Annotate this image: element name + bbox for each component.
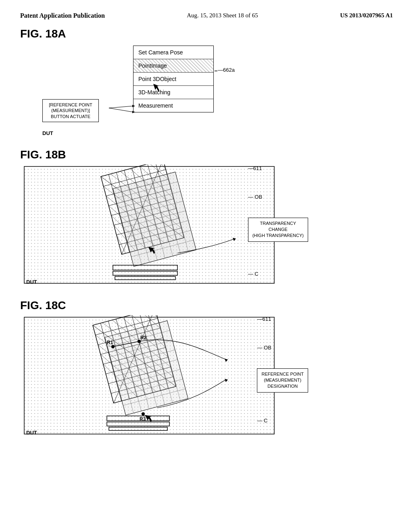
figure-18b-section: FIG. 18B [20, 148, 393, 291]
fig18c-right-labels: —611 — OB REFERENCE POINT(MEASUREMENT)DE… [257, 315, 308, 425]
header-patent-number: US 2013/0207965 A1 [340, 12, 393, 19]
svg-text:R2: R2 [140, 335, 147, 341]
header-date-sheet: Aug. 15, 2013 Sheet 18 of 65 [187, 12, 258, 19]
ref-point-designation-box: REFERENCE POINT(MEASUREMENT)DESIGNATION [257, 368, 308, 393]
figure-18c-label: FIG. 18C [20, 299, 393, 312]
ref-box: [REFERENCE POINT(MEASUREMENT)]BUTTON ACT… [42, 99, 99, 122]
svg-marker-4 [132, 111, 135, 113]
fig18a-arrows-svg [20, 44, 242, 140]
figure-18c-section: FIG. 18C [20, 299, 393, 442]
label-c-b: — C [248, 270, 308, 278]
svg-line-2 [109, 108, 133, 112]
page-header: Patent Application Publication Aug. 15, … [0, 0, 413, 23]
svg-line-1 [109, 106, 133, 108]
svg-text:R1: R1 [107, 340, 113, 345]
svg-text:R3: R3 [140, 416, 146, 422]
fig18c-svg: R1 R2 R3 [20, 315, 294, 440]
transparency-box: TRANSPARENCYCHANGE(HIGH TRANSPARENCY) [248, 218, 308, 242]
main-content: FIG. 18A Set Camera Pose Point​Image Poi… [0, 23, 413, 454]
figure-18a-label: FIG. 18A [20, 27, 393, 40]
label-ob-c: — OB [257, 344, 308, 352]
fig18b-right-labels: —611 — OB TRANSPARENCYCHANGE(HIGH TRANSP… [248, 164, 308, 278]
fig18a-dut-label: DUT [42, 130, 53, 136]
svg-marker-3 [132, 105, 135, 107]
label-611-b: —611 [248, 164, 308, 173]
transparency-box-wrapper: TRANSPARENCYCHANGE(HIGH TRANSPARENCY) [248, 218, 308, 242]
label-ob-b: — OB [248, 193, 308, 202]
label-c-c: — C [257, 417, 308, 425]
header-title: Patent Application Publication [20, 12, 105, 19]
label-611-c: —611 [257, 315, 308, 324]
ref-point-box-wrapper: REFERENCE POINT(MEASUREMENT)DESIGNATION [257, 368, 308, 393]
figure-18a-diagram: Set Camera Pose Point​Image Point 3D​Obj… [20, 44, 393, 140]
svg-marker-5 [153, 84, 159, 92]
figure-18a-section: FIG. 18A Set Camera Pose Point​Image Poi… [20, 27, 393, 140]
fig18c-dut-label: DUT [26, 430, 37, 436]
figure-18b-diagram: —611 — OB TRANSPARENCYCHANGE(HIGH TRANSP… [20, 164, 393, 291]
svg-point-113 [142, 412, 145, 416]
fig18b-dut-label: DUT [26, 279, 37, 285]
figure-18c-diagram: R1 R2 R3 —611 — [20, 315, 393, 442]
figure-18b-label: FIG. 18B [20, 148, 393, 161]
